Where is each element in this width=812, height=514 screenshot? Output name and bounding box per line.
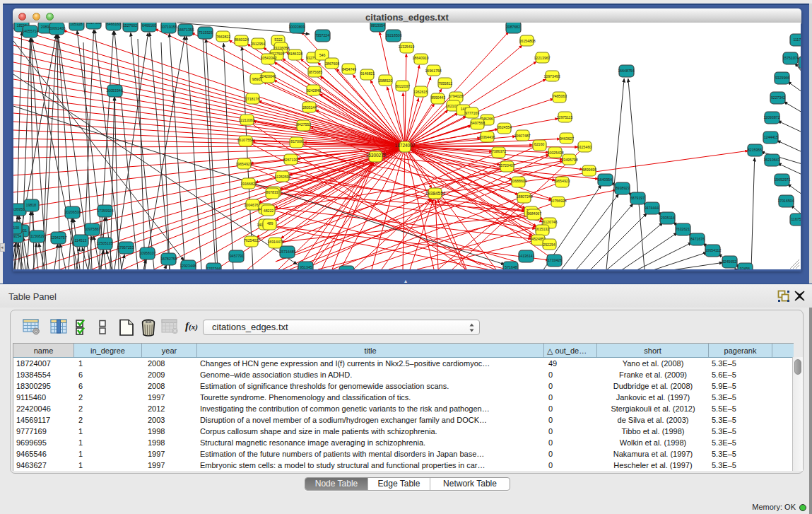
- svg-text:7485063: 7485063: [553, 94, 567, 98]
- svg-text:14055714: 14055714: [22, 29, 38, 33]
- svg-text:9463627: 9463627: [560, 136, 574, 141]
- svg-text:8267130: 8267130: [283, 158, 298, 162]
- svg-text:16648754: 16648754: [618, 69, 634, 73]
- svg-text:15716485: 15716485: [279, 250, 295, 254]
- svg-text:20691406: 20691406: [49, 26, 65, 30]
- svg-text:9245652: 9245652: [722, 259, 736, 264]
- svg-text:5322: 5322: [274, 37, 283, 42]
- svg-text:16914479: 16914479: [267, 240, 283, 244]
- svg-text:15720407: 15720407: [498, 163, 514, 168]
- svg-text:9684067: 9684067: [527, 211, 541, 216]
- svg-text:23495798: 23495798: [561, 158, 577, 162]
- svg-text:39154: 39154: [13, 234, 21, 238]
- svg-text:10973493: 10973493: [543, 74, 560, 78]
- svg-text:105328: 105328: [70, 23, 82, 26]
- svg-text:9115460: 9115460: [577, 145, 592, 149]
- svg-text:9146821: 9146821: [360, 71, 375, 76]
- svg-text:10756928: 10756928: [550, 199, 566, 203]
- svg-text:9457791: 9457791: [230, 254, 244, 258]
- svg-text:18724007: 18724007: [395, 143, 416, 148]
- svg-text:114513: 114513: [75, 238, 87, 243]
- svg-text:1156829: 1156829: [30, 234, 45, 238]
- svg-text:951345: 951345: [300, 265, 312, 269]
- svg-text:2935114: 2935114: [661, 216, 675, 220]
- svg-text:2867608: 2867608: [325, 62, 339, 66]
- svg-text:8990443: 8990443: [431, 95, 445, 100]
- svg-text:8186328: 8186328: [288, 52, 302, 56]
- svg-text:10688609: 10688609: [510, 179, 526, 183]
- svg-text:10025438: 10025438: [547, 151, 563, 155]
- svg-text:10719155: 10719155: [160, 25, 177, 29]
- svg-text:12975115: 12975115: [557, 115, 573, 119]
- svg-text:22420046: 22420046: [259, 74, 276, 78]
- svg-text:3912954: 3912954: [251, 42, 265, 46]
- svg-text:817006: 817006: [290, 139, 302, 144]
- svg-text:6497568: 6497568: [471, 121, 485, 125]
- svg-text:12213967: 12213967: [534, 56, 550, 60]
- svg-text:12505135: 12505135: [96, 241, 112, 245]
- svg-text:867833: 867833: [266, 190, 278, 194]
- svg-text:62160: 62160: [534, 142, 545, 146]
- svg-text:11353594: 11353594: [275, 175, 291, 179]
- svg-text:19818: 19818: [26, 203, 37, 207]
- svg-text:8938923: 8938923: [616, 186, 630, 190]
- svg-text:10975867: 10975867: [84, 227, 100, 231]
- svg-text:17359924: 17359924: [97, 209, 113, 213]
- svg-text:19654923: 19654923: [235, 162, 252, 166]
- svg-text:8427552: 8427552: [297, 122, 311, 127]
- svg-text:12923448: 12923448: [180, 264, 196, 268]
- svg-text:571648: 571648: [505, 265, 517, 269]
- svg-text:7625402: 7625402: [244, 238, 258, 243]
- svg-text:18807249: 18807249: [516, 194, 532, 199]
- svg-text:16154808: 16154808: [519, 39, 535, 43]
- svg-text:7357224: 7357224: [315, 33, 329, 37]
- svg-text:9227342: 9227342: [771, 95, 785, 100]
- svg-text:6466160: 6466160: [107, 23, 121, 26]
- svg-text:17957253: 17957253: [117, 245, 134, 250]
- svg-text:92456: 92456: [740, 267, 751, 269]
- svg-text:20053346: 20053346: [106, 88, 122, 93]
- svg-text:8322037: 8322037: [396, 84, 410, 88]
- svg-text:17016504: 17016504: [777, 199, 794, 203]
- svg-text:1244415: 1244415: [764, 135, 778, 139]
- svg-text:1527602: 1527602: [87, 23, 101, 25]
- svg-text:19654923: 19654923: [553, 179, 570, 183]
- svg-text:116753: 116753: [792, 217, 801, 221]
- svg-text:10654112: 10654112: [705, 248, 722, 252]
- svg-text:16120746: 16120746: [541, 220, 557, 224]
- svg-text:14136141: 14136141: [518, 254, 534, 258]
- svg-text:75100: 75100: [13, 226, 19, 230]
- svg-text:7515526: 7515526: [199, 30, 213, 35]
- svg-text:1362615: 1362615: [413, 90, 428, 94]
- svg-text:489: 489: [267, 221, 273, 226]
- svg-text:3624554: 3624554: [498, 125, 512, 129]
- svg-text:9474444: 9474444: [645, 206, 659, 210]
- svg-text:6794028: 6794028: [449, 94, 463, 98]
- svg-text:18640910: 18640910: [412, 56, 428, 60]
- svg-text:7386372: 7386372: [492, 149, 506, 153]
- svg-text:2718176: 2718176: [245, 97, 259, 101]
- svg-text:19166827: 19166827: [240, 182, 257, 186]
- svg-text:7955812: 7955812: [438, 81, 452, 86]
- svg-text:9329966: 9329966: [775, 76, 789, 80]
- svg-text:8454749: 8454749: [342, 67, 356, 71]
- svg-text:48222: 48222: [264, 209, 274, 213]
- svg-text:6466160: 6466160: [142, 23, 156, 28]
- svg-text:1588520: 1588520: [378, 78, 392, 83]
- svg-text:9242848: 9242848: [307, 88, 321, 93]
- svg-text:8660124: 8660124: [235, 37, 249, 42]
- svg-text:16961758: 16961758: [425, 69, 441, 73]
- svg-text:3875685: 3875685: [308, 70, 322, 74]
- svg-text:1117: 1117: [794, 37, 801, 42]
- svg-text:9777169: 9777169: [465, 111, 479, 115]
- svg-text:16210643: 16210643: [763, 158, 779, 162]
- svg-text:7632621: 7632621: [676, 227, 690, 231]
- svg-text:2803144: 2803144: [302, 105, 317, 110]
- svg-text:8813054: 8813054: [371, 23, 385, 28]
- svg-text:252254: 252254: [543, 243, 555, 247]
- svg-text:12942757: 12942757: [50, 235, 66, 240]
- svg-text:6899695: 6899695: [582, 168, 596, 172]
- svg-text:10033809: 10033809: [288, 25, 305, 29]
- svg-text:20364436: 20364436: [478, 135, 495, 139]
- svg-text:8215955: 8215955: [748, 148, 762, 152]
